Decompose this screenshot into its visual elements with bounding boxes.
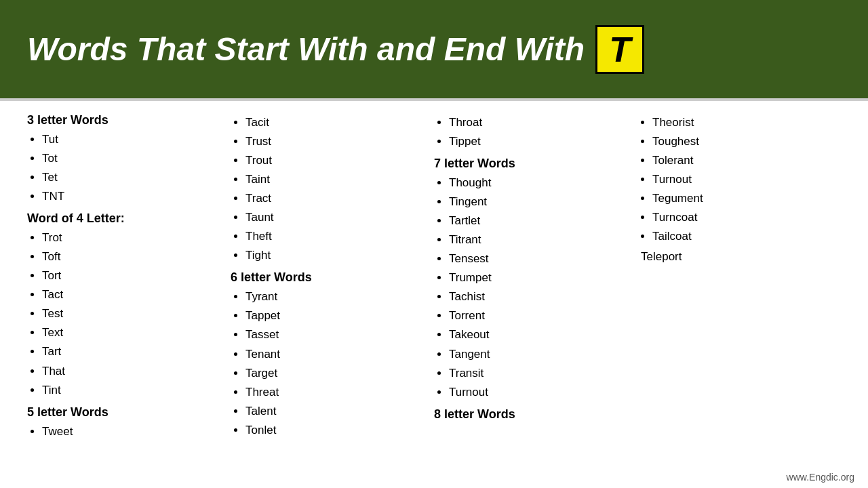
list-item: Tegument (652, 189, 834, 208)
list-7letter: Thought Tingent Tartlet Titrant Tensest … (434, 174, 631, 402)
column-3: Throat Tippet 7 letter Words Thought Tin… (434, 113, 637, 443)
list-item: That (42, 362, 224, 381)
heading-4letter: Word of 4 Letter: (27, 211, 224, 226)
list-8letter: Theorist Toughest Tolerant Turnout Tegum… (637, 113, 834, 246)
list-item: Taint (245, 170, 427, 189)
list-item: Tort (42, 266, 224, 285)
list-item: Tyrant (245, 287, 427, 306)
list-item: Theorist (652, 113, 834, 132)
list-item: Tenant (245, 345, 427, 364)
content-area: 3 letter Words Tut Tot Tet TNT Word of 4… (0, 101, 868, 449)
list-6letter-cont: Throat Tippet (434, 113, 631, 151)
list-item: Tract (245, 189, 427, 208)
list-item: Trout (245, 151, 427, 170)
list-item: Tint (42, 381, 224, 400)
list-item: Tangent (449, 345, 631, 364)
list-item: Trumpet (449, 268, 631, 287)
list-item: Transit (449, 364, 631, 383)
heading-6letter: 6 letter Words (231, 270, 427, 285)
list-5letter-cont: Tacit Trust Trout Taint Tract Taunt Thef… (231, 113, 427, 265)
list-item: Theft (245, 227, 427, 246)
list-item: Talent (245, 402, 427, 421)
list-item: Tot (42, 149, 224, 168)
list-item: Tasset (245, 325, 427, 344)
page-header: Words That Start With and End With T (0, 0, 868, 98)
list-item: Tachist (449, 287, 631, 306)
list-item: Tweet (42, 422, 224, 441)
list-item: Target (245, 364, 427, 383)
list-item: Tact (42, 285, 224, 304)
list-item: Turncoat (652, 208, 834, 227)
list-3letter: Tut Tot Tet TNT (27, 130, 224, 206)
list-item: Tailcoat (652, 227, 834, 246)
list-item: Turnout (449, 383, 631, 402)
list-4letter: Trot Toft Tort Tact Test Text Tart That … (27, 228, 224, 399)
list-item: Tut (42, 130, 224, 149)
heading-3letter: 3 letter Words (27, 113, 224, 127)
list-item: Tart (42, 342, 224, 361)
t-badge: T (595, 25, 644, 74)
column-4: Theorist Toughest Tolerant Turnout Tegum… (637, 113, 841, 443)
list-item: Tippet (449, 132, 631, 151)
list-item: Threat (245, 383, 427, 402)
list-item: Titrant (449, 230, 631, 249)
list-6letter: Tyrant Tappet Tasset Tenant Target Threa… (231, 287, 427, 439)
heading-8letter: 8 letter Words (434, 407, 631, 422)
list-item: Thought (449, 174, 631, 192)
list-item: Text (42, 323, 224, 342)
list-item: Trot (42, 228, 224, 247)
list-item: Tartlet (449, 211, 631, 230)
list-item: Throat (449, 113, 631, 132)
list-5letter: Tweet (27, 422, 224, 441)
list-item: Tensest (449, 249, 631, 268)
list-item: Takeout (449, 325, 631, 344)
plain-word-teleport: Teleport (637, 247, 834, 266)
list-item: Tacit (245, 113, 427, 132)
list-item: Tight (245, 246, 427, 265)
heading-7letter: 7 letter Words (434, 157, 631, 171)
list-item: Tingent (449, 192, 631, 211)
header-title: Words That Start With and End With T (27, 25, 644, 74)
list-item: Trust (245, 132, 427, 151)
list-item: Taunt (245, 208, 427, 227)
heading-5letter: 5 letter Words (27, 405, 224, 420)
list-item: Torrent (449, 306, 631, 325)
list-item: Tolerant (652, 151, 834, 170)
list-item: Tet (42, 168, 224, 187)
list-item: Turnout (652, 170, 834, 189)
footer-url: www.Engdic.org (787, 472, 854, 483)
list-item: Tappet (245, 306, 427, 325)
list-item: Toughest (652, 132, 834, 151)
column-1: 3 letter Words Tut Tot Tet TNT Word of 4… (27, 113, 231, 443)
header-title-text: Words That Start With and End With (27, 30, 585, 68)
column-2: Tacit Trust Trout Taint Tract Taunt Thef… (231, 113, 434, 443)
list-item: Test (42, 304, 224, 323)
list-item: TNT (42, 187, 224, 206)
list-item: Tonlet (245, 421, 427, 440)
list-item: Toft (42, 247, 224, 266)
